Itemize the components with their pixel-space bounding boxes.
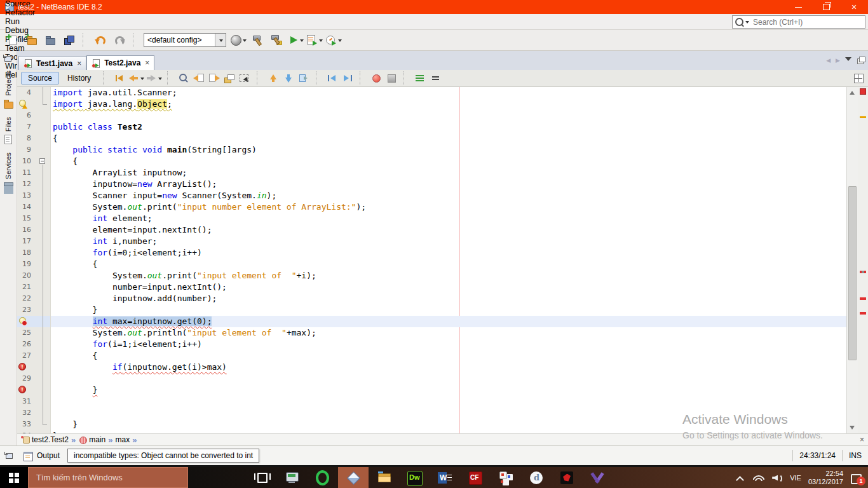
profile-project-button[interactable]	[324, 32, 343, 48]
toggle-bookmark-button[interactable]	[297, 71, 311, 85]
error-mark[interactable]	[860, 312, 866, 315]
undo-button[interactable]	[91, 32, 110, 48]
config-select[interactable]: <default config>	[144, 33, 226, 47]
gutter-cell[interactable]: 33	[17, 419, 36, 430]
find-selection-button[interactable]	[177, 71, 191, 85]
error-status-square[interactable]	[860, 88, 866, 95]
gutter-cell[interactable]: 32	[17, 407, 36, 419]
uncomment-button[interactable]	[428, 71, 442, 85]
tab-close-icon[interactable]: ×	[77, 59, 81, 68]
gutter-cell[interactable]: 18	[17, 247, 36, 259]
gutter-cell[interactable]: 4	[17, 87, 36, 98]
gutter-cell[interactable]: 27	[17, 350, 36, 362]
taskbar-app-file-explorer[interactable]	[369, 467, 399, 488]
warning-mark[interactable]	[860, 116, 866, 118]
tab-list-dropdown-icon[interactable]	[845, 57, 851, 64]
rectangular-selection-button[interactable]	[238, 71, 252, 85]
source-view-button[interactable]: Source	[21, 72, 59, 85]
breadcrumb-item-max[interactable]: max	[116, 435, 130, 444]
open-project-button[interactable]	[41, 32, 60, 48]
history-view-button[interactable]: History	[60, 72, 98, 85]
scrollbar-thumb[interactable]	[848, 186, 857, 360]
project-configuration-button[interactable]	[229, 32, 248, 48]
run-project-button[interactable]	[286, 32, 305, 48]
gutter-cell[interactable]: 26	[17, 339, 36, 350]
breadcrumb-close-icon[interactable]: ×	[860, 435, 864, 444]
scroll-down-arrow[interactable]	[850, 426, 855, 430]
gutter-cell[interactable]: 11	[17, 167, 36, 179]
tab-close-icon[interactable]: ×	[145, 58, 149, 67]
config-dropdown-icon[interactable]	[215, 34, 226, 46]
menu-run[interactable]: Run	[0, 17, 41, 26]
fold-collapse-box[interactable]	[36, 156, 51, 167]
gutter-cell[interactable]: 23	[17, 304, 36, 316]
tray-clock[interactable]: 22:54 03/12/2017	[808, 470, 843, 486]
taskbar-app-netbeans[interactable]	[338, 467, 369, 488]
sidebar-item-services[interactable]: Services	[3, 152, 14, 193]
find-next-button[interactable]	[207, 71, 221, 85]
start-button[interactable]	[0, 467, 28, 488]
dock-window-icon[interactable]	[3, 53, 14, 64]
gutter-cell[interactable]: 20	[17, 270, 36, 281]
gutter-cell[interactable]: 14	[17, 201, 36, 213]
taskbar-app-dreamweaver[interactable]: Dw	[399, 467, 430, 488]
minimize-button[interactable]	[784, 0, 812, 14]
scroll-up-arrow[interactable]	[850, 91, 855, 95]
find-previous-button[interactable]	[192, 71, 206, 85]
save-all-button[interactable]	[60, 32, 79, 48]
taskbar-app-d-app[interactable]: d	[521, 467, 552, 488]
start-macro-recording-button[interactable]	[369, 71, 383, 85]
gutter-cell[interactable]: 9	[17, 144, 36, 156]
redo-button[interactable]	[110, 32, 129, 48]
gutter-cell[interactable]	[17, 98, 36, 110]
gutter-cell[interactable]: 13	[17, 190, 36, 201]
breadcrumb-item-test2-Test2[interactable]: test2.Test2	[21, 435, 69, 445]
toggle-highlight-button[interactable]	[222, 71, 236, 85]
back-button[interactable]	[128, 71, 144, 85]
previous-bookmark-button[interactable]	[266, 71, 280, 85]
maximize-window-icon[interactable]	[857, 56, 865, 65]
gutter-cell[interactable]: 19	[17, 259, 36, 270]
gutter-cell[interactable]: 17	[17, 236, 36, 247]
speaker-icon[interactable]	[771, 472, 783, 484]
error-mark[interactable]	[860, 271, 866, 273]
taskbar-app-word[interactable]: W	[430, 467, 460, 488]
comment-button[interactable]	[413, 71, 427, 85]
menu-refactor[interactable]: Refactor	[0, 8, 41, 17]
vertical-scrollbar[interactable]	[846, 87, 858, 433]
tab-test2-java[interactable]: Test2.java×	[86, 55, 154, 70]
gutter-cell[interactable]: 31	[17, 396, 36, 407]
taskbar-app-visual-studio[interactable]	[582, 467, 613, 488]
tray-chevron-up-icon[interactable]	[735, 472, 746, 484]
scroll-tabs-right-icon[interactable]: ▶	[836, 57, 840, 64]
debug-project-button[interactable]	[305, 32, 324, 48]
next-bookmark-button[interactable]	[281, 71, 295, 85]
error-stripe[interactable]	[858, 87, 868, 433]
gutter-cell[interactable]	[17, 362, 36, 373]
gutter-cell[interactable]: 8	[17, 133, 36, 144]
shift-left-button[interactable]	[325, 71, 339, 85]
forward-button[interactable]	[146, 71, 162, 85]
gutter-cell[interactable]	[17, 316, 36, 327]
tab-test1-java[interactable]: Test1.java×	[18, 56, 86, 70]
gutter-cell[interactable]: 6	[17, 110, 36, 121]
warning-bulb-icon[interactable]	[18, 100, 27, 108]
clean-and-build-button[interactable]	[267, 32, 286, 48]
gutter-cell[interactable]: 25	[17, 327, 36, 339]
gutter-cell[interactable]: 29	[17, 373, 36, 384]
gutter-cell[interactable]: 34	[17, 430, 36, 433]
last-edit-position-button[interactable]	[112, 71, 126, 85]
close-button[interactable]: ×	[840, 0, 868, 14]
error-mark[interactable]	[860, 297, 866, 300]
taskbar-app-unikey[interactable]	[491, 467, 521, 488]
error-badge-icon[interactable]	[18, 386, 26, 393]
quick-search-box[interactable]: Search (Ctrl+I)	[732, 15, 865, 29]
stop-macro-recording-button[interactable]	[384, 71, 398, 85]
taskbar-app-garena[interactable]	[552, 467, 582, 488]
menu-debug[interactable]: Debug	[0, 26, 41, 35]
gutter-cell[interactable]: 16	[17, 224, 36, 236]
taskbar-app-opera[interactable]	[308, 467, 338, 488]
language-indicator[interactable]: VIE	[790, 474, 801, 482]
sidebar-item-files[interactable]: Files	[3, 117, 14, 145]
gutter-cell[interactable]: 12	[17, 179, 36, 190]
